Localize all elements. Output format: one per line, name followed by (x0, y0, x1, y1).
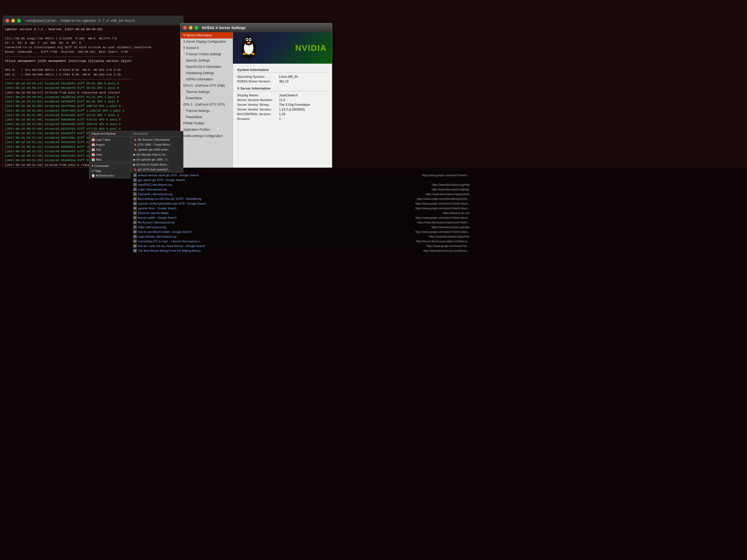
history-icon: B (133, 249, 137, 252)
sidebar-item-x-server-info[interactable]: X Server Information (181, 32, 233, 38)
history-icon: G (133, 216, 137, 219)
display-name-row: Display Name: JoanClarke:0 (237, 94, 328, 97)
history-item[interactable]: F Converting LTC to cash. - Litecoin Dis… (131, 239, 472, 244)
history-icon: G (133, 206, 137, 210)
nvcontrol-value: 1.29 (279, 112, 285, 116)
history-url: https://www.bitcoinmining.com/bitcoin-..… (423, 249, 469, 252)
sidebar-item-gpu1[interactable]: GPU 1 - (GeForce GTX 1070) (181, 101, 233, 108)
term-line: ----------------------------------------… (5, 77, 181, 81)
history-item[interactable]: L Help/FAQ | litecoinpool.org https://ww… (131, 182, 472, 187)
history-label: The Best Bitcoin Mining Pools For Making… (138, 249, 201, 252)
penguin-icon (236, 35, 262, 61)
terminal-close-btn[interactable] (5, 19, 9, 23)
history-item[interactable]: G default memory clock gtx 1070 - Google… (131, 173, 472, 178)
history-url: https://www.reddit.com/r/EtherMining/com… (417, 197, 469, 201)
sidebar-item-app-profiles[interactable]: Application Profiles (181, 127, 233, 133)
sidebar-item-nvidia-config[interactable]: nvidia-settings Configuration (181, 133, 233, 139)
term-gpu1-line: GPU 1: | 396.4K/396.4Kh/s | A:7904 R:96 … (5, 72, 181, 77)
history-label: litecoin wallet - Google Search (138, 216, 177, 219)
history-item[interactable]: L Payments | litecoinpool.org https://ww… (131, 192, 472, 196)
term-line: [2017-09-10 09:50:55] Accepted 051057a2 … (5, 95, 181, 99)
nvidia-maximize-btn[interactable] (195, 26, 198, 30)
sidebar-item-gpu0-powermizer[interactable]: PowerMizer (181, 95, 233, 101)
term-line: Block: 24decadb... Diff:776K Started: [0… (5, 50, 181, 54)
sidebar-item-gpu1-powermizer[interactable]: PowerMizer (181, 114, 233, 120)
history-item[interactable]: L Login | litecoinpool.org https://www.l… (131, 187, 472, 192)
history-icon: F (133, 239, 137, 243)
bookmark-install-ubuntu[interactable]: ▶ (4) How to Install Ubunt... (131, 162, 183, 167)
nvidia-minimize-btn[interactable] (189, 26, 192, 30)
nvidia-close-btn[interactable] (183, 26, 187, 30)
history-url: https://www.google.com/search?client=ubu… (415, 231, 469, 233)
sidebar-item-vdpau[interactable]: VDPAU Information (181, 76, 233, 82)
term-line (5, 31, 181, 36)
browser-history-panel: G default memory clock gtx 1070 - Google… (131, 173, 472, 253)
history-item[interactable]: G cgminer config optimization gtx 1070 -… (131, 201, 472, 206)
history-icon: L (133, 192, 137, 196)
sidebar-item-openglglx[interactable]: OpenGL/GLX Information (181, 64, 233, 70)
sidebar-item-x-server-display[interactable]: X Server Display Configuration (181, 38, 233, 45)
server-version-label: Server Version Number: (237, 98, 279, 102)
sidebar-item-gpu1-thermal[interactable]: Thermal Settings (181, 108, 233, 114)
term-line: [2017-09-10 09:51:06] Accepted 353f7893 … (5, 108, 181, 113)
history-label: Stats | litecoinpool.org (138, 225, 166, 229)
nvidia-window: NVIDIA X Server Settings X Server Inform… (180, 23, 332, 178)
history-url: https://www.google.com/search?client=ubu… (415, 207, 469, 210)
bookmark-ultimate-how-to[interactable]: ▶ (4) Ultimate How to Ov... (131, 152, 183, 157)
display-name-value: JoanClarke:0 (279, 94, 298, 97)
terminal-minimize-btn[interactable] (11, 19, 15, 23)
history-item[interactable]: G how to use litecoin wallet - Google Se… (131, 230, 472, 234)
history-item[interactable]: B The Best Bitcoin Mining Pools For Maki… (131, 248, 472, 253)
bookmark-cgminer-video[interactable]: ▶ (4) cgminer gtx 1080 - Y... (131, 157, 183, 162)
nvidia-logo-text: NVIDIA (295, 43, 327, 53)
sidebar-item-opengl[interactable]: OpenGL Settings (181, 57, 233, 64)
term-line: cgminer version 3.7.2 - Started: [2017-0… (5, 27, 181, 31)
history-item[interactable]: G cgminer linux - Google Search https://… (131, 206, 472, 211)
term-line: [P]ool management [G]PU management [S]et… (5, 59, 181, 63)
history-item[interactable]: L My Account | litecoinpool.org https://… (131, 220, 472, 225)
history-icon: R (133, 197, 137, 201)
sidebar-item-xvideo[interactable]: X Server XVideo Settings (181, 51, 233, 57)
terminal-maximize-btn[interactable] (17, 19, 21, 23)
term-line: Connected to us.litecoinpool.org diff 32… (5, 45, 181, 50)
term-line: [2017-09-10 09:50:47] Stratum from pool … (5, 90, 181, 95)
history-url: https://www.google.com/search?q=... (427, 245, 469, 247)
driver-row: NVIDIA Driver Version: 381.22 (237, 80, 328, 83)
term-line: [2017-09-10 09:50:43] Accepted 03c53bfe … (5, 81, 181, 86)
history-icon: G (133, 178, 137, 182)
history-label: Electrum Litecoin Wallet (138, 211, 169, 215)
history-label: Help/FAQ | litecoinpool.org (138, 183, 172, 186)
system-info-title: System Information (237, 68, 328, 73)
os-row: Operating System: Linux-x86_64 (237, 75, 328, 79)
history-url: https://www.litecoinpool.org/activity (429, 235, 469, 238)
os-label: Operating System: (237, 75, 279, 79)
browser-litecoinpool-bookmarks: litecoinpool 🔖 My Account | litecoinpool… (131, 131, 183, 177)
history-item[interactable]: G how do i cash out my mined litecoin - … (131, 244, 472, 248)
history-url: https://www.litecoinpool.org/payments (426, 193, 469, 196)
sidebar-item-gpu0[interactable]: GPU 0 - (GeForce GTX 1080) (181, 82, 233, 89)
nvidia-window-title: NVIDIA X Server Settings (202, 26, 246, 30)
sidebar-item-antialiasing[interactable]: Antialiasing Settings (181, 70, 233, 76)
screens-row: Screens: 1 (237, 117, 328, 121)
history-item[interactable]: G litecoin wallet - Google Search https:… (131, 215, 472, 220)
server-vendor-value: The X.Org Foundation (279, 103, 310, 107)
history-item[interactable]: R Best settings for Eth+Sia Gtx 1070? : … (131, 196, 472, 201)
term-line: [2017-09-10 09:50:47] Accepted 06cebe39 … (5, 86, 181, 90)
svg-point-2 (244, 36, 253, 45)
bookmark-myaccount[interactable]: 🔖 My Account | litecoinpool (131, 137, 183, 142)
bookmark-gtx1070-speeds[interactable]: 🔖 gtx 1070 clock speeds?... (131, 167, 183, 172)
bookmark-gtx1080[interactable]: 🔖 GTX 1080 - Crypto Minin... (131, 142, 183, 147)
sidebar-item-gpu0-thermal[interactable]: Thermal Settings (181, 89, 233, 95)
term-line: (5s):729.9K (avg):716.4Kh/s | A:13248 R:… (5, 36, 181, 41)
history-item[interactable]: L Login Activity | litecoinpool.org http… (131, 234, 472, 239)
history-label: Login Activity | litecoinpool.org (138, 235, 176, 238)
history-item[interactable]: E Electrum Litecoin Wallet https://elect… (131, 211, 472, 215)
nvidia-logo-area: NVIDIA (233, 32, 332, 64)
sidebar-item-x-screen-0[interactable]: X Screen 0 (181, 45, 233, 51)
history-item[interactable]: L Stats | litecoinpool.org https://www.l… (131, 225, 472, 230)
svg-point-7 (247, 42, 250, 44)
bookmark-cgminer-settings[interactable]: 🔖 cgminer gtx 1080 settin... (131, 147, 183, 152)
history-item[interactable]: G gpu speed gtx 1070 - Google Search (131, 178, 472, 182)
terminal-title: root@JoanClarke: /home/erik/cgminer-3.7.… (25, 19, 135, 23)
sidebar-item-prime[interactable]: PRIME Profiles (181, 120, 233, 127)
